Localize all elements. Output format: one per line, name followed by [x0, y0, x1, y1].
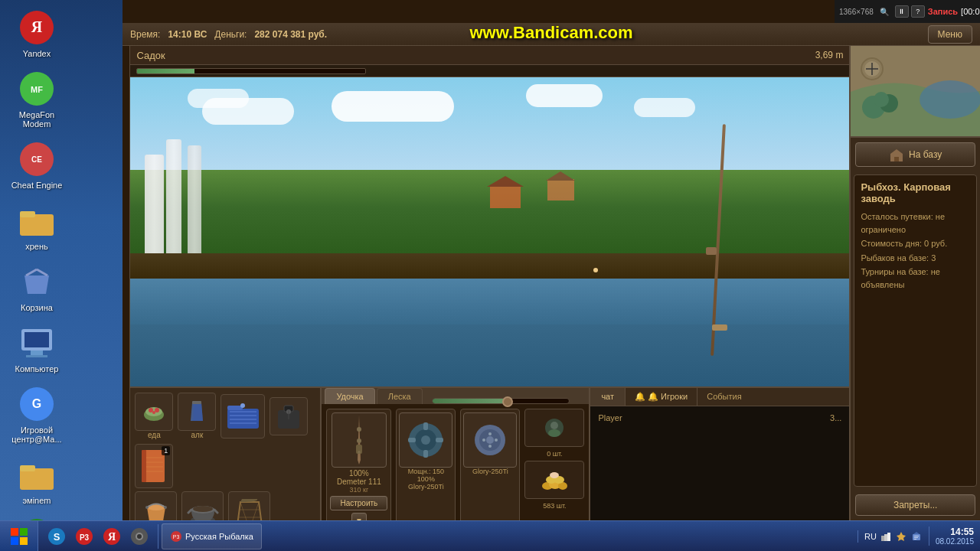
svg-point-76 — [358, 451, 361, 454]
svg-rect-47 — [192, 401, 201, 404]
desktop-icon-megafon[interactable]: MF MegaFon Modem — [6, 67, 67, 132]
chat-tab-players[interactable]: 🔔 🔔 Игроки — [626, 388, 697, 406]
taskbar-yandex-btn[interactable]: Я — [100, 524, 124, 549]
gear-panel: Удочка Леска — [322, 388, 589, 520]
svg-marker-130 — [913, 532, 920, 534]
svg-point-89 — [482, 439, 485, 442]
svg-rect-53 — [230, 422, 256, 424]
desktop-icons-left: Я Yandex MF MegaFon Modem CE C — [6, 0, 75, 551]
desktop-icon-yandex[interactable]: Я Yandex — [6, 6, 67, 61]
desktop-icon-igrovoy-label: Игровой центр@Ма... — [9, 425, 64, 444]
recording-bar: 1366×768 🔍 ⏸ ? Запись [00:01:30] ▼ ⚙ ✏ ✕ — [835, 0, 980, 23]
svg-rect-133 — [914, 539, 916, 540]
taskbar-skype-btn[interactable]: S — [44, 524, 69, 549]
desktop-icon-cheat-engine-label: Cheat Engine — [11, 181, 63, 190]
chat-tab-players-label: 🔔 Игроки — [648, 392, 688, 402]
info-text-2: Стоимость дня: 0 руб. — [861, 237, 970, 250]
tray-icon-2[interactable] — [895, 530, 907, 543]
bottom-items-row: еда — [135, 393, 315, 488]
reel-icon[interactable] — [399, 412, 452, 468]
desktop-icon-khren[interactable]: хрень — [6, 199, 67, 254]
left-edge-panel — [122, 46, 130, 520]
bait-slots: 0 шт. — [524, 409, 584, 532]
taskbar-quicklaunch: S P3 Я — [38, 524, 158, 549]
notebook-icon[interactable]: 1 — [135, 444, 173, 488]
svg-marker-128 — [897, 532, 906, 541]
bait-slot-top[interactable] — [524, 409, 584, 447]
svg-rect-111 — [20, 528, 28, 536]
tab-udochka[interactable]: Удочка — [325, 388, 374, 404]
tab-leska[interactable]: Леска — [377, 388, 423, 404]
svg-line-8 — [26, 269, 37, 276]
rec-pause-btn[interactable]: ⏸ — [895, 5, 909, 18]
svg-point-90 — [495, 439, 498, 442]
taskbar-app2-btn[interactable]: P3 — [72, 524, 96, 549]
game-bottom: еда — [130, 386, 849, 520]
configure-btn[interactable]: Настроить — [330, 496, 387, 510]
bag-icon[interactable] — [270, 397, 308, 435]
gear-slider[interactable] — [432, 398, 570, 404]
gold-slot[interactable] — [524, 461, 584, 499]
rod-weight: 310 кг — [350, 486, 369, 494]
chat-tab-chat[interactable]: чат — [590, 388, 626, 406]
desktop-icon-cheat-engine[interactable]: CE Cheat Engine — [6, 138, 67, 193]
chat-tab-events[interactable]: События — [697, 388, 750, 406]
location-title: Рыбхоз. Карповая заводь — [861, 181, 970, 204]
desktop-icon-eminem[interactable]: эмinem — [6, 453, 67, 508]
clock-date: 08.02.2015 — [936, 537, 974, 546]
bottom-items-panel: еда — [130, 388, 322, 520]
shore — [130, 253, 849, 278]
svg-text:P3: P3 — [173, 534, 180, 540]
bait-icon[interactable] — [463, 412, 517, 468]
svg-rect-49 — [227, 406, 243, 410]
rec-help-btn[interactable]: ? — [911, 5, 925, 18]
food-icon[interactable] — [135, 393, 173, 431]
tray-language[interactable]: RU — [864, 532, 877, 541]
svg-line-71 — [188, 510, 191, 513]
svg-rect-82 — [408, 438, 416, 442]
drink-icon[interactable] — [178, 393, 216, 431]
house-1 — [490, 185, 521, 208]
svg-rect-127 — [887, 533, 890, 541]
cloud-5 — [634, 98, 695, 117]
tackle-box-icon[interactable] — [220, 394, 265, 439]
svg-rect-125 — [881, 536, 884, 541]
menu-button[interactable]: Меню — [928, 25, 972, 44]
desktop-icon-korzina[interactable]: Корзина — [6, 260, 67, 315]
svg-point-67 — [164, 506, 167, 509]
svg-point-99 — [550, 472, 559, 478]
tray-icon-1[interactable] — [880, 530, 892, 543]
tackle-box-item — [220, 394, 265, 439]
rod-icon[interactable] — [332, 412, 387, 468]
location-info-panel: Рыбхоз. Карповая заводь Осталось путевки… — [854, 174, 977, 487]
svg-rect-17 — [20, 465, 35, 471]
start-button[interactable] — [0, 521, 38, 552]
game-scene[interactable] — [130, 77, 849, 386]
svg-line-9 — [37, 269, 47, 276]
reel-power: Мощн.: 150 — [408, 468, 445, 475]
svg-point-75 — [357, 439, 361, 443]
svg-rect-113 — [20, 537, 28, 545]
desktop-icon-igrovoy[interactable]: G Игровой центр@Ма... — [6, 383, 67, 447]
gear-slider-fill — [433, 399, 508, 403]
house-2 — [547, 179, 574, 201]
svg-rect-50 — [230, 411, 256, 412]
taskbar-game-app[interactable]: P3 Русская Рыбалка — [162, 523, 262, 549]
recording-timer: [00:01:30] — [961, 7, 980, 16]
svg-rect-12 — [31, 350, 43, 355]
desktop-icon-yandex-label: Yandex — [23, 49, 51, 58]
drink-label: алк — [191, 431, 203, 439]
gear-tabs: Удочка Леска — [322, 388, 589, 404]
sadok-header: Садок 3,69 m — [130, 46, 849, 65]
desktop-icon-computer[interactable]: Компьютер — [6, 321, 67, 377]
svg-rect-132 — [914, 537, 918, 538]
taskbar-settings-btn[interactable] — [127, 524, 152, 549]
forbid-button[interactable]: Запреты... — [855, 494, 975, 516]
svg-text:G: G — [32, 397, 41, 410]
cloud-4 — [526, 84, 603, 107]
base-button[interactable]: На базу — [855, 142, 975, 167]
info-text-3: Рыбаков на базе: 3 — [861, 252, 970, 265]
gear-slider-handle[interactable] — [502, 396, 513, 407]
fishing-reel — [706, 247, 717, 255]
tray-icon-3[interactable] — [910, 530, 923, 543]
